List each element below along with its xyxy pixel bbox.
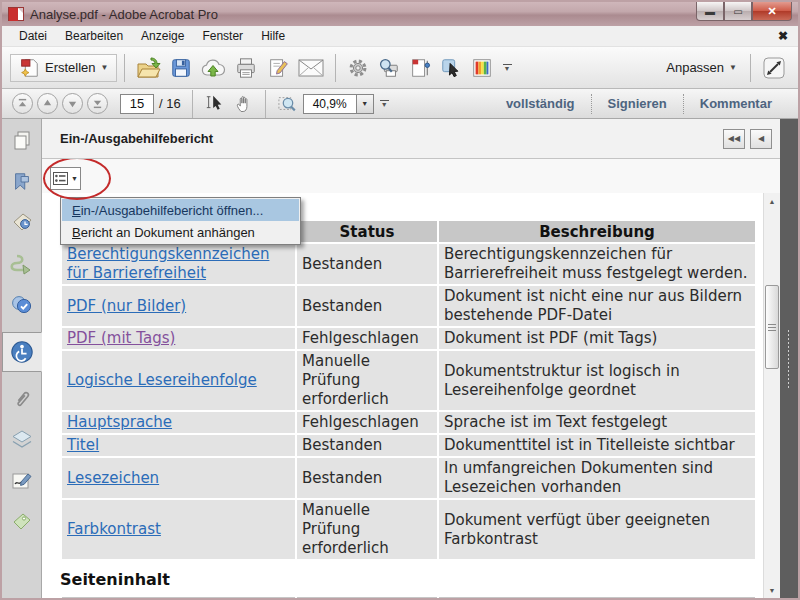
menu-datei[interactable]: Datei — [10, 27, 56, 45]
description-cell: Berechtigungskennzeichen für Barrierefre… — [439, 244, 755, 284]
bookmarks-icon[interactable] — [7, 168, 37, 196]
signatures-icon[interactable] — [7, 467, 37, 495]
anpassen-button[interactable]: Anpassen ▼ — [666, 60, 737, 75]
validation-icon[interactable] — [7, 291, 37, 319]
table-row: Titel Bestanden Dokumenttitel ist in Tit… — [62, 435, 755, 456]
tab-kommentar[interactable]: Kommentar — [683, 94, 788, 114]
last-page-button[interactable] — [87, 93, 108, 114]
rule-link[interactable]: Titel — [67, 436, 99, 454]
collapse-double-left-button[interactable]: ◀◀ — [723, 129, 745, 149]
menu-bearbeiten[interactable]: Bearbeiten — [56, 27, 132, 45]
toolbar-divider — [265, 90, 266, 118]
report-options-button[interactable]: ▼ — [50, 167, 81, 190]
next-page-button[interactable] — [62, 93, 83, 114]
layers-icon[interactable] — [7, 426, 37, 454]
rule-link[interactable]: Logische Lesereihenfolge — [67, 371, 257, 389]
document-close-icon[interactable]: ✖ — [778, 29, 788, 43]
rule-link[interactable]: Farbkontrast — [67, 520, 161, 538]
menu-fenster[interactable]: Fenster — [193, 27, 252, 45]
tags-icon[interactable] — [7, 508, 37, 536]
fullscreen-expand-icon[interactable] — [758, 54, 790, 82]
menu-anzeige[interactable]: Anzeige — [132, 27, 193, 45]
compose-document-icon[interactable] — [262, 55, 294, 81]
print-icon[interactable] — [230, 55, 262, 81]
scroll-up-icon[interactable]: ▲ — [764, 193, 780, 209]
vertical-scrollbar[interactable]: ▲ ▼ — [763, 193, 780, 598]
create-pdf-icon — [18, 57, 40, 79]
menu-bar: Datei Bearbeiten Anzeige Fenster Hilfe ✖ — [2, 26, 798, 47]
print-preview-icon[interactable] — [373, 55, 405, 81]
content-tags-icon[interactable] — [7, 209, 37, 237]
section-title-seiteninhalt: Seiteninhalt — [60, 570, 780, 589]
menu-item-attach-report[interactable]: Bericht an Dokument anhängen — [62, 221, 299, 243]
scrollbar-thumb[interactable] — [765, 285, 779, 369]
right-panel-strip[interactable] — [780, 119, 798, 598]
rule-link-visited[interactable]: PDF (mit Tags) — [67, 329, 175, 347]
window-title: Analyse.pdf - Adobe Acrobat Pro — [30, 7, 218, 22]
marquee-zoom-icon[interactable] — [273, 92, 303, 116]
rule-link[interactable]: Hauptsprache — [67, 413, 172, 431]
window-controls: ▬ ▭ ✕ — [696, 2, 792, 21]
previous-page-button[interactable] — [37, 93, 58, 114]
hand-tool-icon[interactable] — [230, 92, 258, 116]
page-thumbnails-icon[interactable] — [7, 127, 37, 155]
select-tool-icon[interactable] — [200, 92, 230, 116]
rule-link[interactable]: Lesezeichen — [67, 469, 159, 487]
description-cell: Dokumentstruktur ist logisch in Lesereih… — [439, 351, 755, 410]
tab-signieren[interactable]: Signieren — [591, 94, 683, 114]
toolbar-divider — [124, 54, 125, 82]
scroll-down-icon[interactable]: ▼ — [764, 582, 780, 598]
toolbar-overflow-icon[interactable]: ▼ — [503, 64, 512, 71]
create-pdf-button[interactable]: Erstellen ▼ — [10, 54, 117, 82]
navbar-overflow-icon[interactable]: ▼ — [380, 100, 389, 107]
attachments-icon[interactable] — [7, 385, 37, 413]
page-setup-icon[interactable] — [405, 55, 435, 81]
navigation-toolbar: 15 / 16 40,9% ▼ ▼ vollständig Signieren … — [2, 89, 798, 119]
panel-title: Ein-/Ausgabehilfebericht — [60, 131, 213, 146]
report-table-2: Regelname Status Beschreibung Inhalt mit… — [60, 595, 757, 598]
table-row: Hauptsprache Fehlgeschlagen Sprache ist … — [62, 412, 755, 433]
upload-cloud-icon[interactable] — [196, 55, 230, 81]
report-table-1: Regelname Status Beschreibung Berechtigu… — [60, 219, 757, 561]
panel-grip-handle[interactable] — [787, 329, 790, 389]
options-dropdown-menu: Ein-/Ausgabehilfebericht öffnen... Beric… — [60, 197, 301, 245]
gear-icon[interactable] — [343, 55, 373, 81]
panel-header: Ein-/Ausgabehilfebericht ◀◀ ◀ — [42, 119, 780, 159]
menu-item-open-report[interactable]: Ein-/Ausgabehilfebericht öffnen... — [62, 199, 299, 221]
email-icon[interactable] — [294, 56, 328, 80]
main-toolbar: Erstellen ▼ — [2, 47, 798, 89]
column-header-regelname: Regelname — [62, 597, 295, 598]
open-file-icon[interactable] — [132, 54, 166, 82]
menu-hilfe[interactable]: Hilfe — [252, 27, 294, 45]
document-pane: Ein-/Ausgabehilfebericht ◀◀ ◀ ▼ — [42, 119, 780, 598]
color-palette-icon[interactable] — [467, 55, 497, 81]
close-button[interactable]: ✕ — [752, 2, 792, 21]
reading-order-icon[interactable] — [7, 250, 37, 278]
description-cell: Dokumenttitel ist in Titelleiste sichtba… — [439, 435, 755, 456]
maximize-button[interactable]: ▭ — [724, 2, 752, 21]
table-row: PDF (nur Bilder) Bestanden Dokument ist … — [62, 286, 755, 326]
description-cell: Dokument verfügt über geeigneten Farbkon… — [439, 500, 755, 559]
toolbar-divider — [750, 54, 751, 82]
save-icon[interactable] — [166, 55, 196, 81]
options-list-icon — [53, 172, 68, 185]
select-object-icon[interactable] — [435, 55, 467, 81]
menu-item-label: Ein-/Ausgabehilfebericht öffnen... — [72, 203, 263, 218]
minimize-button[interactable]: ▬ — [696, 2, 724, 21]
column-header-status: Status — [297, 221, 437, 242]
rule-link[interactable]: PDF (nur Bilder) — [67, 297, 186, 315]
menu-item-label: Bericht an Dokument anhängen — [72, 225, 255, 240]
column-header-beschreibung: Beschreibung — [439, 597, 755, 598]
accessibility-icon[interactable] — [2, 332, 42, 372]
status-cell: Manuelle Prüfung erforderlich — [297, 500, 437, 559]
collapse-left-button[interactable]: ◀ — [750, 129, 772, 149]
first-page-button[interactable] — [12, 93, 33, 114]
zoom-level-input[interactable]: 40,9% — [303, 94, 357, 114]
tab-vollstaendig[interactable]: vollständig — [490, 94, 591, 114]
description-cell: Sprache ist im Text festgelegt — [439, 412, 755, 433]
page-number-input[interactable]: 15 — [120, 94, 154, 114]
table-row: Lesezeichen Bestanden In umfangreichen D… — [62, 458, 755, 498]
description-cell: Dokument ist nicht eine nur aus Bildern … — [439, 286, 755, 326]
zoom-dropdown-button[interactable]: ▼ — [357, 94, 374, 114]
rule-link[interactable]: Berechtigungskennzeichen für Barrierefre… — [67, 245, 269, 282]
